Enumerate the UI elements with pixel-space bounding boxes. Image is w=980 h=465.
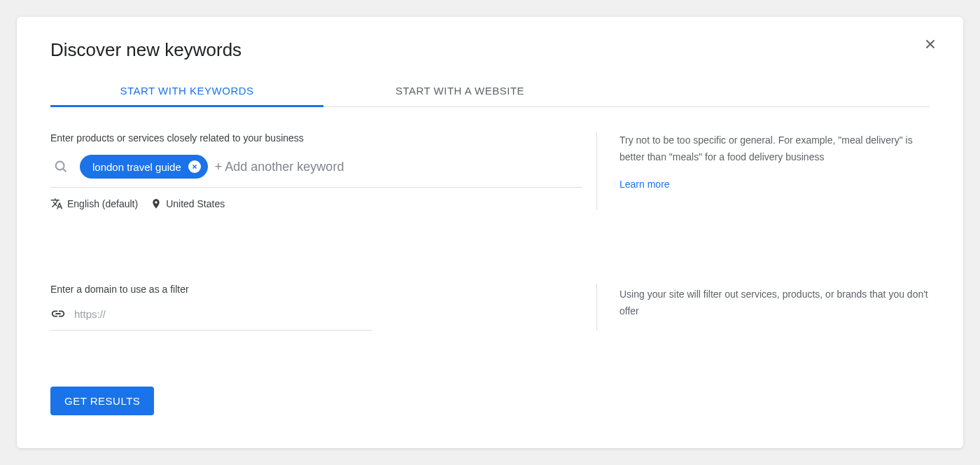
search-icon xyxy=(53,159,69,174)
translate-icon xyxy=(50,197,63,210)
tab-website[interactable]: START WITH A WEBSITE xyxy=(323,78,596,106)
keywords-left: Enter products or services closely relat… xyxy=(50,132,596,210)
close-icon xyxy=(923,36,938,52)
chip-remove-button[interactable] xyxy=(188,160,201,173)
dialog-title: Discover new keywords xyxy=(50,39,930,61)
keyword-meta: English (default) United States xyxy=(50,197,582,210)
keyword-input-row: london travel guide xyxy=(50,155,582,188)
tab-keywords[interactable]: START WITH KEYWORDS xyxy=(50,78,323,106)
keyword-chip-label: london travel guide xyxy=(92,161,181,173)
domain-input-row xyxy=(50,306,372,331)
learn-more-link[interactable]: Learn more xyxy=(620,179,670,190)
keyword-chip: london travel guide xyxy=(80,155,208,179)
domain-tip: Using your site will filter out services… xyxy=(596,284,930,331)
location-icon xyxy=(150,198,162,209)
domain-row: Enter a domain to use as a filter Using … xyxy=(50,284,930,331)
domain-label: Enter a domain to use as a filter xyxy=(50,284,582,295)
keywords-row: Enter products or services closely relat… xyxy=(50,132,930,210)
close-icon xyxy=(191,163,198,170)
svg-point-0 xyxy=(56,162,64,170)
keywords-label: Enter products or services closely relat… xyxy=(50,132,582,144)
close-button[interactable] xyxy=(923,36,938,52)
location-label: United States xyxy=(166,198,225,209)
domain-left: Enter a domain to use as a filter xyxy=(50,284,596,331)
domain-tip-text: Using your site will filter out services… xyxy=(620,286,930,320)
keywords-tip: Try not to be too specific or general. F… xyxy=(596,132,930,210)
tip-text: Try not to be too specific or general. F… xyxy=(620,132,930,166)
language-selector[interactable]: English (default) xyxy=(50,197,138,210)
get-results-button[interactable]: GET RESULTS xyxy=(50,387,154,415)
domain-input[interactable] xyxy=(74,308,372,320)
add-keyword-input[interactable] xyxy=(215,160,582,174)
location-selector[interactable]: United States xyxy=(150,198,225,209)
keyword-planner-dialog: Discover new keywords START WITH KEYWORD… xyxy=(17,17,963,448)
link-icon xyxy=(50,306,66,321)
tabs: START WITH KEYWORDS START WITH A WEBSITE xyxy=(50,78,930,107)
language-label: English (default) xyxy=(67,198,138,209)
